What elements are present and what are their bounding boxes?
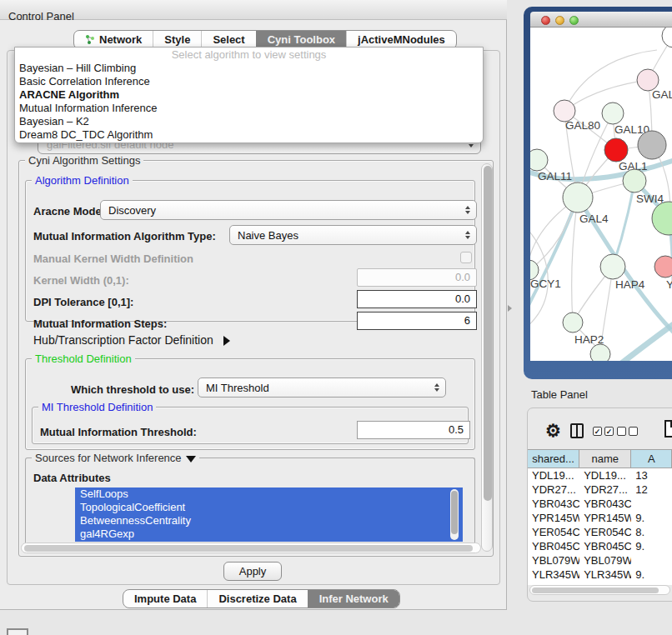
show-selected-columns-icon[interactable]: ✓✓ bbox=[593, 427, 614, 436]
attribute-item[interactable]: TopologicalCoefficient bbox=[75, 501, 463, 514]
table-row[interactable]: YPR145WYPR145W9. bbox=[528, 511, 672, 525]
attribute-item[interactable]: BetweennessCentrality bbox=[75, 514, 463, 528]
network-node-gal1[interactable] bbox=[604, 138, 628, 162]
tab-network[interactable]: Network bbox=[74, 31, 153, 48]
dpi-tolerance-field[interactable]: 0.0 bbox=[357, 290, 477, 308]
network-edge[interactable] bbox=[572, 198, 578, 322]
network-node-hap2[interactable] bbox=[563, 312, 583, 332]
settings-hscrollbar-thumb[interactable] bbox=[24, 545, 473, 552]
table-cell: YBR045C bbox=[528, 539, 579, 553]
table-row[interactable]: YBR045CYBR045C9. bbox=[528, 539, 672, 553]
algorithm-option[interactable]: Mutual Information Inference bbox=[15, 102, 483, 115]
combo-arrows-icon bbox=[465, 206, 470, 214]
tab-label: Cyni Toolbox bbox=[268, 33, 335, 46]
network-node-gal4[interactable] bbox=[563, 182, 593, 212]
table-row[interactable]: YER054CYER054C8. bbox=[528, 525, 672, 539]
kernel-width-field[interactable]: 0.0 bbox=[357, 268, 477, 287]
table-cell: YLR345W bbox=[579, 568, 631, 582]
settings-scrollbar[interactable] bbox=[481, 163, 493, 552]
mi-threshold-field[interactable]: 0.5 bbox=[357, 421, 470, 439]
network-node-hap4[interactable] bbox=[600, 254, 625, 279]
tab-style[interactable]: Style bbox=[153, 31, 201, 48]
mi-steps-field[interactable]: 6 bbox=[357, 312, 477, 330]
table-row[interactable]: YLR345WYLR345W9. bbox=[528, 568, 672, 582]
network-canvas[interactable]: GALGAL80GAL10GAL1GAL11SWI4GAL4GCY1HAP4YH… bbox=[530, 28, 672, 361]
hub-definition-section[interactable]: Hub/Transcription Factor Definition bbox=[33, 333, 230, 347]
attribute-item[interactable]: SelfLoops bbox=[75, 488, 463, 501]
tab-select[interactable]: Select bbox=[201, 31, 255, 48]
table-cell: 9. bbox=[631, 568, 672, 582]
table-cell: YDL19... bbox=[579, 468, 631, 482]
collapse-down-icon[interactable] bbox=[186, 456, 196, 462]
table-cell: YDR27... bbox=[579, 482, 631, 497]
aracne-mode-value: Discovery bbox=[108, 204, 156, 217]
table-row[interactable]: YBR043CYBR043C bbox=[528, 497, 672, 511]
table-row[interactable]: YDR27...YDR27...12 bbox=[528, 482, 672, 497]
kernel-width-label: Kernel Width (0,1): bbox=[33, 274, 129, 287]
minimize-traffic-icon[interactable] bbox=[555, 16, 564, 25]
tab-label: Network bbox=[99, 33, 142, 46]
algorithm-option[interactable]: Basic Correlation Inference bbox=[15, 75, 483, 88]
close-traffic-icon[interactable] bbox=[541, 16, 550, 25]
attributes-scrollbar-thumb[interactable] bbox=[451, 491, 458, 534]
network-node[interactable] bbox=[638, 131, 666, 159]
settings-hscrollbar[interactable] bbox=[21, 542, 481, 553]
columns-icon[interactable] bbox=[570, 423, 584, 438]
which-threshold-label: Which threshold to use: bbox=[71, 383, 194, 396]
apply-button[interactable]: Apply bbox=[223, 562, 282, 581]
which-threshold-combobox[interactable]: MI Threshold bbox=[198, 378, 446, 398]
network-edge[interactable] bbox=[613, 181, 634, 267]
network-node-gal10[interactable] bbox=[602, 102, 624, 124]
network-node-y[interactable] bbox=[654, 256, 672, 278]
mi-algorithm-type-label: Mutual Information Algorithm Type: bbox=[33, 230, 216, 242]
aracne-mode-combobox[interactable]: Discovery bbox=[100, 200, 477, 220]
column-header[interactable]: name bbox=[579, 449, 631, 468]
column-header[interactable]: A bbox=[631, 449, 672, 468]
table-cell: 13 bbox=[631, 468, 672, 482]
attributes-scrollbar[interactable] bbox=[450, 489, 459, 540]
hub-definition-label: Hub/Transcription Factor Definition bbox=[33, 333, 213, 347]
node-label: GCY1 bbox=[530, 278, 561, 290]
combo-arrows-icon bbox=[434, 383, 439, 392]
algorithm-option[interactable]: Bayesian – Hill Climbing bbox=[15, 62, 483, 75]
network-node[interactable] bbox=[652, 202, 672, 235]
zoom-traffic-icon[interactable] bbox=[569, 16, 579, 25]
table-row[interactable]: YDL19...YDL19...13 bbox=[528, 468, 672, 482]
tab-impute-data[interactable]: Impute Data bbox=[123, 590, 207, 608]
gear-icon[interactable]: ⚙ bbox=[545, 421, 561, 441]
table-cell: YBL079W bbox=[579, 553, 631, 568]
expand-right-icon[interactable] bbox=[223, 336, 230, 346]
node-table[interactable]: shared...nameA YDL19...YDL19...13YDR27..… bbox=[528, 449, 672, 585]
table-panel-title: Table Panel bbox=[531, 388, 588, 401]
cyni-bottom-tabbar: Impute DataDiscretize DataInfer Network bbox=[123, 589, 400, 608]
network-node-swi4[interactable] bbox=[623, 169, 646, 192]
table-hscrollbar-thumb[interactable] bbox=[532, 588, 659, 593]
algorithm-option[interactable]: Dream8 DC_TDC Algorithm bbox=[15, 128, 483, 142]
table-cell: 9. bbox=[631, 539, 672, 553]
splitter-collapse-icon[interactable] bbox=[508, 305, 512, 312]
node-label: SWI4 bbox=[636, 192, 664, 205]
network-node[interactable] bbox=[590, 344, 610, 361]
network-node-gal11[interactable] bbox=[530, 149, 548, 171]
hide-columns-icon[interactable] bbox=[617, 427, 638, 436]
network-edge[interactable] bbox=[620, 319, 672, 361]
network-node[interactable] bbox=[662, 28, 672, 48]
data-attributes-list[interactable]: SelfLoopsTopologicalCoefficientBetweenne… bbox=[75, 488, 463, 542]
node-label: GAL80 bbox=[565, 119, 600, 132]
manual-kernel-width-checkbox[interactable] bbox=[460, 252, 472, 263]
mi-algorithm-type-combobox[interactable]: Naive Bayes bbox=[229, 225, 477, 245]
tab-jactivemnodules[interactable]: jActiveMNodules bbox=[346, 31, 456, 48]
table-hscrollbar[interactable] bbox=[529, 585, 670, 595]
tab-cyni-toolbox[interactable]: Cyni Toolbox bbox=[256, 31, 346, 48]
tab-label: Style bbox=[164, 33, 190, 46]
table-row[interactable]: YBL079WYBL079W bbox=[528, 553, 672, 568]
tab-infer-network[interactable]: Infer Network bbox=[308, 590, 399, 608]
algorithm-option[interactable]: ARACNE Algorithm bbox=[15, 88, 483, 102]
tab-discretize-data[interactable]: Discretize Data bbox=[207, 590, 307, 608]
settings-scrollbar-thumb[interactable] bbox=[484, 166, 492, 501]
import-table-icon[interactable] bbox=[664, 420, 672, 438]
column-header[interactable]: shared... bbox=[528, 449, 579, 468]
table-cell: YBL079W bbox=[528, 553, 579, 568]
attribute-item[interactable]: gal4RGexp bbox=[75, 528, 463, 541]
algorithm-option[interactable]: Bayesian – K2 bbox=[15, 115, 483, 128]
